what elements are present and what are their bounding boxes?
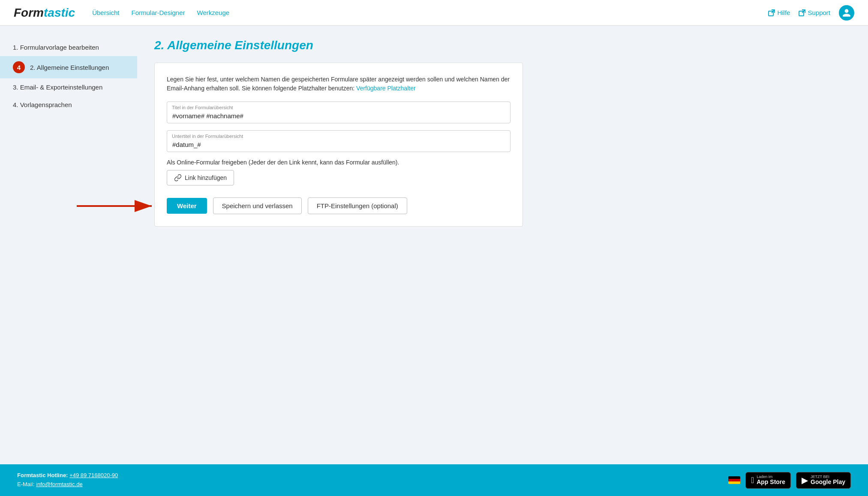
- title-field-label: Titel in der Formularübersicht: [172, 105, 233, 110]
- google-play-icon: ▶: [802, 475, 808, 485]
- logo-tastic: tastic: [44, 6, 75, 20]
- online-share-text: Als Online-Formular freigeben (Jeder der…: [167, 159, 511, 166]
- help-link[interactable]: Hilfe: [768, 9, 790, 16]
- add-link-label: Link hinzufügen: [185, 174, 227, 181]
- save-leave-button[interactable]: Speichern und verlassen: [213, 197, 302, 214]
- user-icon: [842, 8, 851, 18]
- sidebar: 1. Formularvorlage bearbeiten 4 2. Allge…: [0, 26, 137, 464]
- sidebar-step3-label: 3. Email- & Exporteinstellungen: [13, 84, 102, 91]
- subtitle-field-group: Untertitel in der Formularübersicht: [167, 130, 511, 152]
- main-layout: 1. Formularvorlage bearbeiten 4 2. Allge…: [0, 26, 868, 464]
- app-store-text: Laden im App Store: [757, 475, 785, 486]
- sidebar-step1-label: 1. Formularvorlage bearbeiten: [13, 44, 99, 51]
- hotline-label: Formtastic Hotline:: [17, 472, 68, 478]
- weiter-button[interactable]: Weiter: [167, 198, 207, 214]
- sidebar-item-step3[interactable]: 3. Email- & Exporteinstellungen: [0, 78, 137, 96]
- settings-card: Legen Sie hier fest, unter welchem Namen…: [154, 63, 523, 227]
- help-label: Hilfe: [777, 9, 790, 16]
- external-link-icon2: [799, 9, 805, 16]
- title-field-group: Titel in der Formularübersicht: [167, 102, 511, 123]
- content-area: 2. Allgemeine Einstellungen Legen Sie hi…: [137, 26, 868, 464]
- header-right: Hilfe Support: [768, 5, 854, 21]
- sidebar-item-step4[interactable]: 4. Vorlagensprachen: [0, 96, 137, 114]
- email-label: E-Mail:: [17, 481, 34, 487]
- support-label: Support: [808, 9, 830, 16]
- logo-form: Form: [14, 6, 44, 20]
- sidebar-badge: 4: [13, 61, 25, 73]
- hotline-number[interactable]: +49 89 7168020-90: [69, 472, 118, 478]
- external-link-icon: [768, 9, 775, 16]
- footer-right:  Laden im App Store ▶ JETZT BEI Google …: [728, 472, 851, 489]
- footer: Formtastic Hotline: +49 89 7168020-90 E-…: [0, 464, 868, 496]
- nav-ubersicht[interactable]: Übersicht: [92, 9, 119, 16]
- email-link[interactable]: info@formtastic.de: [36, 481, 83, 487]
- add-link-button[interactable]: Link hinzufügen: [167, 170, 234, 185]
- action-row: Weiter Speichern und verlassen FTP-Einst…: [167, 197, 511, 214]
- google-play-badge[interactable]: ▶ JETZT BEI Google Play: [796, 472, 851, 489]
- sidebar-step2-label: 2. Allgemeine Einstellungen: [30, 64, 109, 71]
- flag-stripe-gold: [728, 481, 740, 484]
- card-description: Legen Sie hier fest, unter welchem Namen…: [167, 75, 511, 93]
- nav-werkzeuge[interactable]: Werkzeuge: [197, 9, 230, 16]
- google-play-text: JETZT BEI Google Play: [811, 475, 845, 486]
- red-arrow: [72, 197, 158, 215]
- apple-icon: : [751, 475, 754, 485]
- google-play-big: Google Play: [811, 479, 845, 485]
- description-text: Legen Sie hier fest, unter welchem Namen…: [167, 76, 510, 92]
- main-nav: Übersicht Formular-Designer Werkzeuge: [92, 9, 768, 16]
- ftp-button[interactable]: FTP-Einstellungen (optional): [308, 197, 407, 214]
- arrow-annotation: [72, 197, 158, 215]
- sidebar-item-step2[interactable]: 4 2. Allgemeine Einstellungen: [0, 56, 137, 78]
- link-icon: [174, 174, 182, 182]
- footer-left: Formtastic Hotline: +49 89 7168020-90 E-…: [17, 471, 118, 489]
- german-flag: [728, 476, 740, 484]
- header: Formtastic Übersicht Formular-Designer W…: [0, 0, 868, 26]
- page-title: 2. Allgemeine Einstellungen: [154, 39, 851, 52]
- logo[interactable]: Formtastic: [14, 6, 75, 20]
- sidebar-step4-label: 4. Vorlagensprachen: [13, 101, 72, 108]
- app-store-badge[interactable]:  Laden im App Store: [745, 472, 791, 489]
- support-link[interactable]: Support: [799, 9, 830, 16]
- app-store-big: App Store: [757, 479, 785, 485]
- sidebar-item-step1[interactable]: 1. Formularvorlage bearbeiten: [0, 39, 137, 56]
- subtitle-field-label: Untertitel in der Formularübersicht: [172, 134, 243, 139]
- placeholder-link[interactable]: Verfügbare Platzhalter: [356, 85, 416, 92]
- user-avatar[interactable]: [839, 5, 854, 21]
- nav-formular-designer[interactable]: Formular-Designer: [132, 9, 185, 16]
